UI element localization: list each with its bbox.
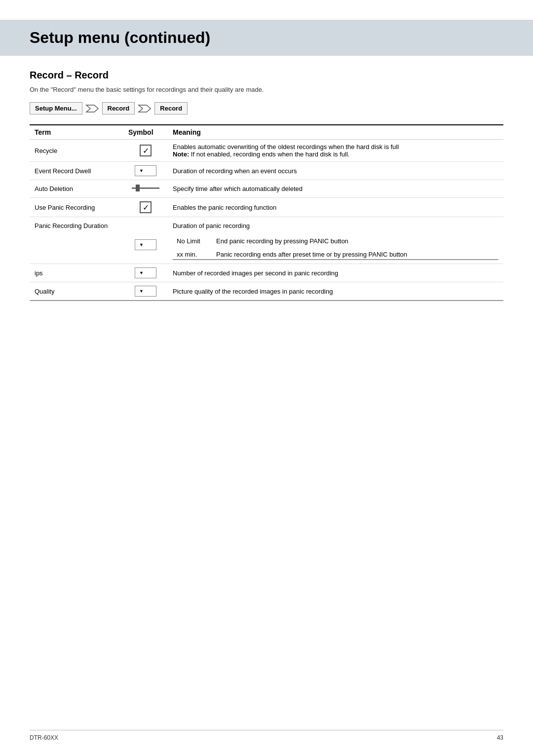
row-term-event-record-dwell: Event Record Dwell: [30, 162, 123, 180]
row-symbol-use-panic-recording: ✓: [123, 198, 168, 217]
row-symbol-recycle: ✓: [123, 140, 168, 162]
breadcrumb-arrow-2: [138, 103, 152, 114]
row-term-recycle: Recycle: [30, 140, 123, 162]
sub-label: No Limit: [173, 232, 212, 246]
breadcrumb-arrow-1: [85, 103, 99, 114]
row-meaning-recycle: Enables automatic overwriting of the old…: [168, 140, 503, 162]
footer-page: 43: [497, 734, 503, 741]
breadcrumb-item-1: Setup Menu...: [30, 102, 82, 114]
sub-table: No Limit End panic recording by pressing…: [173, 232, 498, 260]
page-header: Setup menu (continued): [0, 20, 533, 56]
row-term-auto-deletion: Auto Deletion: [30, 180, 123, 198]
row-meaning-use-panic-recording: Enables the panic recording function: [168, 198, 503, 217]
sub-desc: Panic recording ends after preset time o…: [212, 246, 498, 260]
row-symbol-ips: [123, 264, 168, 282]
checkbox-icon[interactable]: ✓: [140, 201, 152, 213]
table-row: Use Panic Recording ✓ Enables the panic …: [30, 198, 503, 217]
col-header-meaning: Meaning: [168, 125, 503, 140]
col-header-term: Term: [30, 125, 123, 140]
table-row: Event Record Dwell Duration of recording…: [30, 162, 503, 180]
svg-marker-1: [139, 105, 151, 112]
dropdown-icon[interactable]: [135, 165, 156, 176]
row-term-quality: Quality: [30, 282, 123, 301]
breadcrumb-item-3: Record: [154, 102, 188, 114]
sub-row: xx min. Panic recording ends after prese…: [173, 246, 498, 260]
page-footer: DTR-60XX 43: [30, 730, 503, 741]
dropdown-icon[interactable]: [135, 286, 156, 297]
svg-rect-3: [136, 185, 140, 191]
meaning-note: Note:: [173, 151, 189, 158]
meaning-header: Duration of panic recording: [173, 222, 498, 229]
main-table: Term Symbol Meaning Recycle ✓ Enables au…: [30, 124, 503, 301]
meaning-note-text: If not enabled, recording ends when the …: [191, 151, 350, 158]
col-header-symbol: Symbol: [123, 125, 168, 140]
table-row: Auto Deletion Specify time after which a…: [30, 180, 503, 198]
section-description: On the "Record" menu the basic settings …: [30, 86, 503, 93]
table-row: Recycle ✓ Enables automatic overwriting …: [30, 140, 503, 162]
row-symbol-auto-deletion: [123, 180, 168, 198]
row-symbol-quality: [123, 282, 168, 301]
row-meaning-panic-recording-duration: Duration of panic recording No Limit End…: [168, 217, 503, 264]
sub-label: xx min.: [173, 246, 212, 260]
footer-model: DTR-60XX: [30, 734, 58, 741]
row-term-use-panic-recording: Use Panic Recording: [30, 198, 123, 217]
slider-icon: [132, 184, 159, 192]
dropdown-icon[interactable]: [135, 239, 156, 250]
svg-marker-0: [86, 105, 98, 112]
row-symbol-panic-recording-duration: [123, 217, 168, 264]
table-row: ips Number of recorded images per second…: [30, 264, 503, 282]
sub-desc: End panic recording by pressing PANIC bu…: [212, 232, 498, 246]
row-symbol-event-record-dwell: [123, 162, 168, 180]
row-meaning-event-record-dwell: Duration of recording when an event occu…: [168, 162, 503, 180]
dropdown-icon[interactable]: [135, 267, 156, 278]
table-row: Panic Recording Duration Duration of pan…: [30, 217, 503, 264]
row-term-panic-recording-duration: Panic Recording Duration: [30, 217, 123, 264]
breadcrumb: Setup Menu... Record Record: [30, 102, 503, 114]
row-term-ips: ips: [30, 264, 123, 282]
section-title: Record – Record: [30, 70, 503, 81]
table-row: Quality Picture quality of the recorded …: [30, 282, 503, 301]
page-title: Setup menu (continued): [30, 29, 503, 47]
page-container: Setup menu (continued) Record – Record O…: [0, 0, 533, 331]
row-meaning-ips: Number of recorded images per second in …: [168, 264, 503, 282]
sub-row: No Limit End panic recording by pressing…: [173, 232, 498, 246]
row-meaning-auto-deletion: Specify time after which automatically d…: [168, 180, 503, 198]
meaning-text: Enables automatic overwriting of the old…: [173, 143, 399, 151]
checkbox-icon[interactable]: ✓: [140, 145, 152, 156]
breadcrumb-item-2: Record: [102, 102, 135, 114]
row-meaning-quality: Picture quality of the recorded images i…: [168, 282, 503, 301]
